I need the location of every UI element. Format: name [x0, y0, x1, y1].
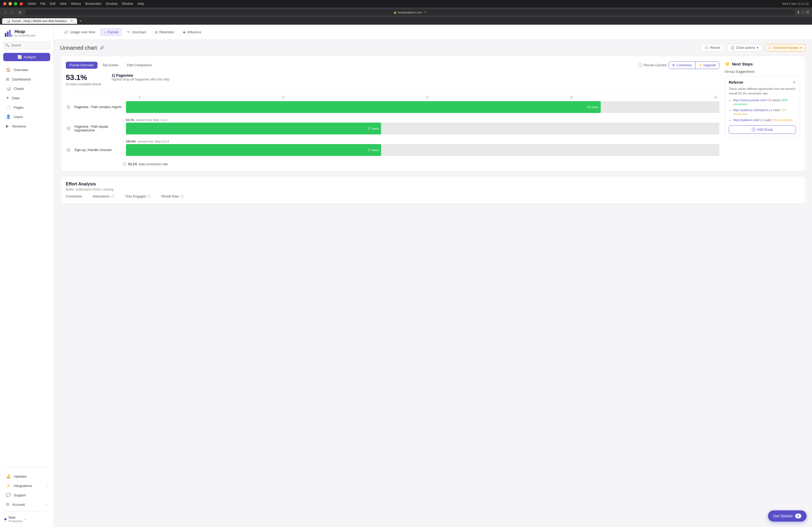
tab-funnel-overview[interactable]: Funnel Overview	[66, 62, 98, 69]
support-icon: 💬	[6, 493, 11, 497]
top-dropoff-desc: highest drop-off happened after this ste…	[112, 77, 170, 81]
tab-close-icon[interactable]: ✕	[70, 19, 73, 23]
add-group-button[interactable]: + Add Group	[729, 125, 796, 134]
sidebar-item-integrations[interactable]: ⚡ Integrations ›	[2, 481, 52, 490]
users-icon: 👤	[6, 114, 11, 119]
mac-maximize-dot[interactable]	[14, 2, 17, 5]
journeys-icon: 〜	[127, 30, 130, 35]
updates-icon: 🔔	[6, 474, 11, 479]
step-bar-1: 32 users	[126, 101, 601, 113]
retention-icon: ◎	[155, 30, 158, 34]
toolbar-right: i Results Cached ⚙ Customize ⚡ Upgra	[638, 61, 719, 69]
suggestion-card: Referrer ✕ These values differed signifi…	[725, 76, 800, 138]
tab-funnel[interactable]: ⬦ Funnel	[100, 28, 122, 36]
top-dropoff-step: 1) Pageview	[112, 73, 170, 77]
customize-button[interactable]: ⚙ Customize	[669, 62, 695, 69]
step-label-3: Sign-up | Handle choosed	[74, 148, 123, 152]
tab-path-comparison[interactable]: Path Comparison	[123, 62, 156, 69]
share-icon[interactable]: ⬆	[797, 11, 800, 15]
unsaved-changes-button[interactable]: ⚠ Unsaved changes ▾	[765, 44, 806, 51]
suggestion-close-button[interactable]: ✕	[793, 80, 796, 85]
logo-text: Heap by Contentsquare	[14, 29, 36, 37]
upgrade-icon: ⚡	[699, 63, 703, 67]
customize-icon: ⚙	[672, 63, 675, 67]
sidebar-item-pages[interactable]: 📄 Pages	[2, 103, 52, 112]
tab-journeys[interactable]: 〜 Journeys	[123, 28, 150, 37]
sidebar-search-area[interactable]: 🔍	[3, 42, 50, 49]
recent-button[interactable]: 🕐 Recent	[701, 44, 724, 51]
conversion-2-to-3: ↓ 100.0% convert from Step 2 to 3	[66, 139, 719, 144]
active-tab[interactable]: 📊 Funnel - Heap | Mobile and Web Analyti…	[2, 18, 77, 24]
tab-influence[interactable]: ◈ Influence	[179, 28, 205, 36]
browser-actions: ⬆ + ⧉	[797, 10, 809, 15]
analyze-icon: 📈	[17, 55, 22, 59]
sidebar-item-dashboards[interactable]: ⊞ Dashboards	[2, 75, 52, 84]
chart-actions-icon: 📋	[730, 46, 735, 50]
sidebar-item-support[interactable]: 💬 Support	[2, 491, 52, 500]
heap-logo-icon	[4, 29, 12, 37]
chart-actions-button[interactable]: 📋 Chart actions ▾	[727, 44, 762, 51]
effort-analysis-section: Effort Analysis Better understand what's…	[60, 176, 806, 204]
workspace-selector[interactable]: Main Production ›	[0, 514, 54, 525]
analyze-button[interactable]: 📈 Analyze	[3, 53, 50, 61]
sessions-icon: ▶	[6, 124, 9, 129]
url-text: heapanalytics.com	[398, 11, 422, 14]
svg-rect-0	[5, 33, 6, 37]
search-icon: 🔍	[5, 44, 10, 47]
funnel-stats: 53.1% of users complete funnel 1) Pagevi…	[66, 73, 719, 91]
chart-axis: 0 10 20 30 40	[66, 96, 719, 99]
sidebar-item-data[interactable]: ✦ Data	[2, 93, 52, 103]
axis-tick-0: 0	[139, 96, 141, 99]
browser-navigation[interactable]: ‹ ›	[3, 10, 14, 15]
mac-menu: 🍎 Safari File Edit View History Bookmark…	[19, 2, 144, 6]
tab-usage-over-time[interactable]: 📈 Usage over time	[60, 28, 99, 36]
forward-button[interactable]: ›	[10, 10, 14, 15]
reload-button[interactable]: ↻	[424, 11, 427, 14]
step-number-3: 3	[66, 147, 71, 153]
sidebar-item-updates[interactable]: 🔔 Updates	[2, 472, 52, 481]
suggestion-item-youtube: https://www.youtube.com/ (-5 users): 80%…	[733, 98, 796, 107]
tabs-icon[interactable]: ⧉	[806, 10, 809, 15]
tab-top-events[interactable]: Top Events	[99, 62, 122, 69]
link-icon[interactable]: 🔗	[100, 46, 104, 50]
sidebar-item-account[interactable]: ⚙ Account ›	[2, 500, 52, 509]
sidebar-item-overview[interactable]: 🏠 Overview	[2, 65, 52, 74]
get-started-badge: 3	[795, 514, 801, 518]
step-bar-2: 17 users	[126, 123, 381, 134]
search-input[interactable]	[3, 42, 50, 49]
step-number-1: 1	[66, 104, 71, 110]
data-icon: ✦	[6, 95, 10, 100]
sidebar-toggle-button[interactable]: ⊞	[18, 11, 21, 14]
browser-chrome: ‹ › ⊞ 🔒 heapanalytics.com ↻ ⬆ + ⧉	[0, 7, 812, 17]
check-icon: ✓	[123, 162, 127, 166]
step-bar-3: 17 users	[126, 144, 381, 156]
new-tab-button[interactable]: +	[79, 18, 82, 23]
chart-tabs: Funnel Overview Top Events Path Comparis…	[66, 62, 156, 69]
tab-retention[interactable]: ◎ Retention	[151, 28, 178, 36]
mac-time: Wed 5 Mar 14:11:20	[782, 2, 809, 5]
conversion-rate-value: 53.1%	[66, 73, 101, 82]
address-bar[interactable]: 🔒 heapanalytics.com ↻	[26, 10, 795, 15]
svg-rect-2	[9, 30, 11, 37]
conversion-rate-desc: of users complete funnel	[66, 82, 101, 86]
upgrade-button[interactable]: ⚡ Upgrade	[695, 62, 719, 69]
sidebar-item-sessions[interactable]: ▶ Sessions	[2, 122, 52, 131]
main-content: 📈 Usage over time ⬦ Funnel 〜 Journeys ◎ …	[54, 25, 812, 527]
next-steps-title: 🌟 Next Steps	[725, 61, 800, 66]
recent-icon: 🕐	[704, 46, 708, 50]
tab-bar: 📊 Funnel - Heap | Mobile and Web Analyti…	[0, 17, 812, 25]
results-cached-label: i Results Cached	[638, 63, 666, 67]
sidebar-item-charts[interactable]: 📊 Charts	[2, 84, 52, 93]
get-started-button[interactable]: Get Started 3	[768, 510, 807, 522]
new-tab-icon[interactable]: +	[802, 11, 804, 15]
info-icon-interactions: i	[111, 195, 114, 198]
app-layout: Heap by Contentsquare 🔍 📈 Analyze 🏠 Over…	[0, 25, 812, 527]
sidebar-item-users[interactable]: 👤 Users	[2, 112, 52, 121]
next-steps-panel: 🌟 Next Steps Group Suggestions Referrer …	[725, 61, 800, 166]
mac-close-dot[interactable]	[3, 2, 6, 5]
mac-minimize-dot[interactable]	[9, 2, 12, 5]
integrations-chevron-icon: ›	[47, 484, 47, 487]
suggestion-header: Referrer ✕	[729, 80, 796, 85]
tab-favicon: 📊	[6, 19, 10, 23]
back-button[interactable]: ‹	[3, 10, 8, 15]
